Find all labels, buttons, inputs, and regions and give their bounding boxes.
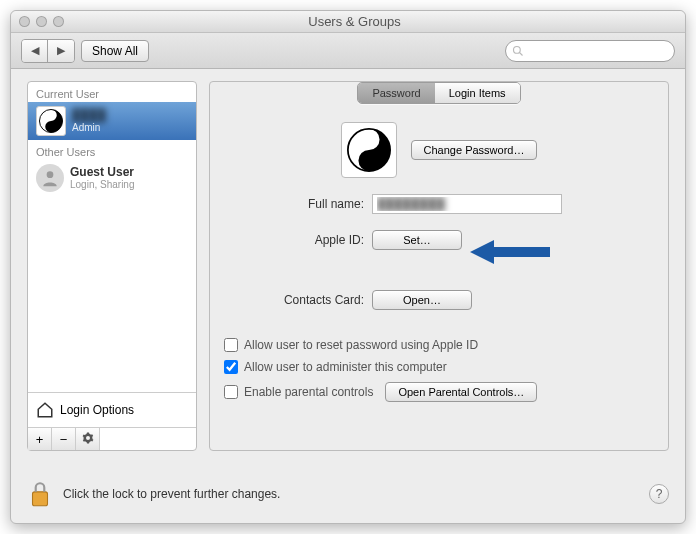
user-avatar[interactable]	[341, 122, 397, 178]
traffic-lights	[19, 16, 64, 27]
svg-line-1	[520, 52, 523, 55]
tab-login-items[interactable]: Login Items	[435, 83, 520, 103]
full-name-field[interactable]	[372, 194, 562, 214]
svg-point-4	[50, 125, 53, 128]
search-icon	[512, 45, 524, 57]
tab-password[interactable]: Password	[358, 83, 434, 103]
change-password-button[interactable]: Change Password…	[411, 140, 538, 160]
set-apple-id-button[interactable]: Set…	[372, 230, 462, 250]
show-all-button[interactable]: Show All	[81, 40, 149, 62]
reset-password-checkbox[interactable]	[224, 338, 238, 352]
add-user-button[interactable]: +	[28, 428, 52, 450]
svg-rect-10	[33, 492, 48, 506]
lock-text: Click the lock to prevent further change…	[63, 487, 280, 501]
open-contacts-button[interactable]: Open…	[372, 290, 472, 310]
main-panel: Password Login Items Change Password… Fu…	[209, 81, 669, 451]
parental-controls-label: Enable parental controls	[244, 385, 373, 399]
sidebar-current-user[interactable]: ████ Admin	[28, 102, 196, 140]
action-gear-button[interactable]	[76, 428, 100, 450]
open-parental-controls-button[interactable]: Open Parental Controls…	[385, 382, 537, 402]
svg-point-5	[47, 171, 54, 178]
tabs: Password Login Items	[357, 82, 520, 104]
administer-label: Allow user to administer this computer	[244, 360, 447, 374]
back-button[interactable]: ◀	[22, 40, 48, 62]
full-name-label: Full name:	[224, 197, 364, 211]
other-users-header: Other Users	[28, 140, 196, 160]
arrow-annotation-icon	[470, 237, 550, 267]
svg-point-8	[366, 158, 371, 163]
current-user-role: Admin	[72, 122, 106, 133]
toolbar: ◀ ▶ Show All	[11, 33, 685, 69]
parental-controls-checkbox[interactable]	[224, 385, 238, 399]
home-icon	[36, 401, 54, 419]
window-title: Users & Groups	[64, 14, 645, 29]
sidebar-guest-user[interactable]: Guest User Login, Sharing	[28, 160, 196, 196]
administer-checkbox[interactable]	[224, 360, 238, 374]
minimize-icon[interactable]	[36, 16, 47, 27]
current-user-header: Current User	[28, 82, 196, 102]
svg-point-7	[366, 137, 371, 142]
apple-id-label: Apple ID:	[224, 233, 364, 247]
yin-yang-icon	[347, 128, 391, 172]
guest-user-name: Guest User	[70, 166, 135, 179]
svg-point-3	[50, 114, 53, 117]
person-icon	[36, 164, 64, 192]
close-icon[interactable]	[19, 16, 30, 27]
footer: Click the lock to prevent further change…	[27, 479, 669, 509]
guest-user-role: Login, Sharing	[70, 179, 135, 190]
help-button[interactable]: ?	[649, 484, 669, 504]
user-sidebar: Current User ████ Admin Other Users Gues…	[27, 81, 197, 451]
svg-marker-9	[470, 240, 550, 264]
remove-user-button[interactable]: −	[52, 428, 76, 450]
search-field[interactable]	[505, 40, 675, 62]
zoom-icon[interactable]	[53, 16, 64, 27]
current-user-name: ████	[72, 109, 106, 122]
login-options[interactable]: Login Options	[28, 392, 196, 427]
contacts-card-label: Contacts Card:	[224, 293, 364, 307]
titlebar: Users & Groups	[11, 11, 685, 33]
yin-yang-icon	[36, 106, 66, 136]
sidebar-footer-buttons: + −	[28, 427, 196, 450]
forward-button[interactable]: ▶	[48, 40, 74, 62]
reset-password-label: Allow user to reset password using Apple…	[244, 338, 478, 352]
nav-buttons: ◀ ▶	[21, 39, 75, 63]
svg-point-0	[514, 46, 521, 53]
gear-icon	[82, 432, 94, 444]
login-options-label: Login Options	[60, 403, 134, 417]
lock-icon[interactable]	[27, 479, 53, 509]
